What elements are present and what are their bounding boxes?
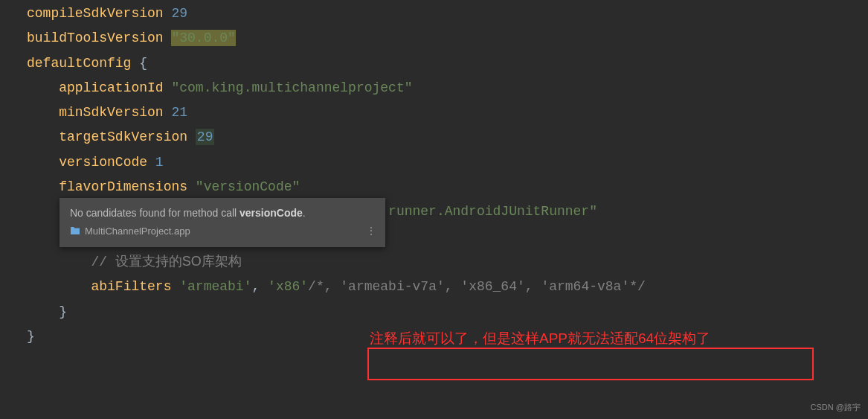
code-line: minSdkVersion 21 xyxy=(0,100,868,125)
error-tooltip[interactable]: No candidates found for method call vers… xyxy=(60,198,385,247)
code-line: buildToolsVersion "30.0.0" xyxy=(0,26,868,51)
code-line: abiFilters 'armeabi', 'x86'/*, 'armeabi-… xyxy=(0,275,868,299)
commented-string: 'arm64-v8a' xyxy=(541,279,629,294)
code-line: targetSdkVersion 29 xyxy=(0,125,868,150)
number-literal: 29 xyxy=(171,6,187,21)
method-call: defaultConfig xyxy=(27,56,139,71)
block-comment-end: */ xyxy=(629,279,646,294)
comment-separator: , xyxy=(445,279,461,294)
user-annotation-box xyxy=(367,348,814,380)
code-line: // 设置支持的SO库架构 xyxy=(0,249,868,275)
method-call: versionCode xyxy=(59,155,155,170)
code-editor[interactable]: compileSdkVersion 29 buildToolsVersion "… xyxy=(0,0,868,349)
tooltip-suffix: . xyxy=(303,207,306,219)
number-literal-highlighted: 29 xyxy=(196,129,215,145)
comment-separator: , xyxy=(525,279,541,294)
code-line: versionCode 1 xyxy=(0,150,868,175)
brace: { xyxy=(139,56,147,71)
tooltip-file-row[interactable]: MultiChannelProject.app xyxy=(70,223,375,240)
method-call: targetSdkVersion xyxy=(59,129,196,144)
code-line: flavorDimensions "versionCode" xyxy=(0,175,868,199)
code-line: } xyxy=(0,300,868,324)
code-line: compileSdkVersion 29 xyxy=(0,1,868,26)
method-call: flavorDimensions xyxy=(59,179,196,194)
brace: } xyxy=(27,329,35,344)
method-call: buildToolsVersion xyxy=(27,31,171,45)
code-line: defaultConfig { xyxy=(0,51,868,76)
watermark: CSDN @路宇 xyxy=(811,400,861,415)
more-icon[interactable]: ⋮ xyxy=(366,223,376,239)
user-annotation-text: 注释后就可以了，但是这样APP就无法适配64位架构了 xyxy=(370,325,710,351)
block-comment-start: /*, xyxy=(308,279,332,294)
method-call: applicationId xyxy=(59,80,171,95)
brace: } xyxy=(59,304,67,319)
comment-text: 设置支持的SO库架构 xyxy=(115,254,242,269)
tooltip-filename: MultiChannelProject.app xyxy=(85,224,190,240)
string-literal: 'armeabi' xyxy=(179,279,251,294)
tooltip-message: No candidates found for method call vers… xyxy=(70,205,375,221)
tooltip-prefix: No candidates found for method call xyxy=(70,207,239,219)
separator: , xyxy=(251,279,268,294)
commented-string: 'armeabi-v7a' xyxy=(340,279,444,294)
comment-marker: // xyxy=(91,255,115,269)
comment-space xyxy=(332,279,341,294)
code-line: applicationId "com.king.multichannelproj… xyxy=(0,76,868,100)
method-call: compileSdkVersion xyxy=(27,6,171,21)
tooltip-method-name: versionCode xyxy=(239,207,303,219)
method-call: minSdkVersion xyxy=(59,105,171,120)
string-literal: "com.king.multichannelproject" xyxy=(171,80,412,95)
folder-icon xyxy=(70,223,80,240)
method-call: abiFilters xyxy=(91,279,179,294)
string-literal: 'x86' xyxy=(268,279,308,294)
string-literal: "versionCode" xyxy=(196,179,300,194)
commented-string: 'x86_64' xyxy=(460,279,524,294)
number-literal: 1 xyxy=(155,155,164,170)
string-literal-highlighted: "30.0.0" xyxy=(171,30,235,46)
number-literal: 21 xyxy=(171,105,187,120)
